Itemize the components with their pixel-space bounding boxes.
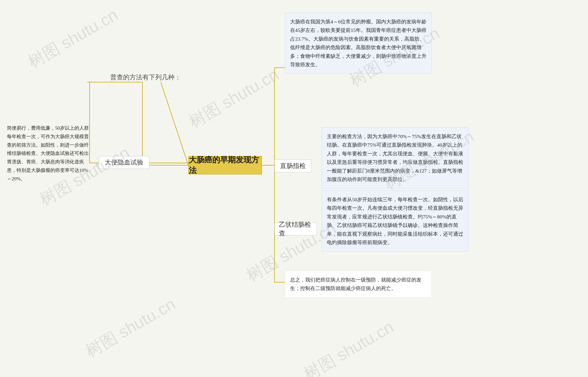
central-node: 大肠癌的早期发现方法 [188,156,262,174]
summary-textbox: 总之，我们把癌症病人控制在一级预防，就能减少癌症的发生；控制在二级预防就能减少癌… [285,271,432,298]
left-description-text: 简便易行，费用低廉，50岁以上的人群每年检查一次，可作为大肠癌大规模普查的初筛方… [7,124,90,183]
rectal-textbox: 主要的检查方法，因为大肠癌中70%～75%发生在直肠和乙状结肠。在直肠癌中75%… [321,127,468,188]
branch-rectal: 直肠指检 [274,159,311,172]
mindmap-container: 普查的方法有下列几种： 大肠癌的早期发现方法 大便隐血试验 直肠指检 乙状结肠检… [0,0,588,377]
branch-sigmoid: 乙状结肠检查 [274,223,317,236]
sigmoid-textbox: 有条件者从50岁开始连续三年，每年检查一次。如阴性，以后每四年检查一次。凡有便血… [321,190,468,251]
top-intro-label: 普查的方法有下列几种： [110,73,181,82]
branch-stool-test: 大便隐血试验 [99,156,149,169]
top-right-textbox: 大肠癌在我国为第4～6位常见的肿瘤。国内大肠癌的发病年龄在45岁左右，较欧美要提… [285,13,432,74]
svg-line-0 [161,82,188,165]
